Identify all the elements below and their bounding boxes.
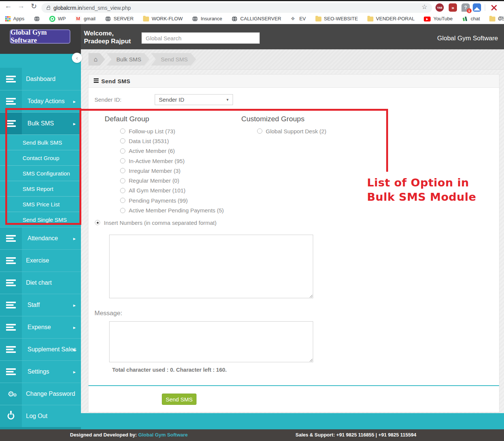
- bookmark-vender-poral[interactable]: VENDER-PORAL: [367, 16, 415, 21]
- bookmark-callignserver[interactable]: CALLIGNSERVER: [231, 16, 281, 22]
- chat-icon: [462, 16, 468, 22]
- radio-icon[interactable]: [120, 198, 125, 203]
- sidebar-item-today-actions[interactable]: Today Actions▸: [0, 90, 81, 112]
- insert-numbers-radio-row[interactable]: Insert Numbers (in comma separated forma…: [95, 218, 216, 227]
- logo-block: Global Gym Software: [0, 24, 81, 54]
- message-textarea[interactable]: [109, 321, 313, 362]
- sidebar-item-supplement-sales[interactable]: Supplement Sales▸: [0, 338, 81, 360]
- radio-option-default[interactable]: Active Member Pending Payments (5): [120, 205, 224, 215]
- send-sms-panel: Send SMS Sender ID: Sender ID ▼ Default …: [88, 74, 499, 412]
- sidebar-item-staff[interactable]: Staff▸: [0, 294, 81, 316]
- radio-icon[interactable]: [120, 128, 125, 134]
- sidebar-item-label-cell: Bulk SMS▸: [22, 113, 81, 134]
- sidebar-icon-cell: [0, 250, 22, 272]
- customized-groups-title: Customized Groups: [241, 115, 305, 123]
- radio-option-default[interactable]: Follow-up List (73): [120, 126, 224, 136]
- footer-credit-link[interactable]: Global Gym Software: [138, 432, 187, 438]
- forward-icon[interactable]: →: [16, 2, 26, 10]
- radio-option-default[interactable]: All Gym Member (101): [120, 186, 224, 195]
- global-search-input[interactable]: [142, 32, 260, 44]
- extension-yab-icon[interactable]: YAB: [435, 3, 444, 12]
- breadcrumb-home[interactable]: ⌂: [88, 53, 105, 66]
- bookmark-insurance[interactable]: Insurance: [192, 16, 222, 22]
- submenu-arrow-icon: ▸: [73, 325, 76, 330]
- welcome-line1: Welcome,: [84, 29, 131, 37]
- bookmark-label: Insurance: [201, 16, 222, 21]
- apps-grid-icon: [5, 16, 11, 21]
- breadcrumb-bulk-sms[interactable]: Bulk SMS: [107, 53, 149, 66]
- sidebar-item-label-cell: Today Actions▸: [22, 90, 81, 112]
- sidebar-subitem-send-single-sms[interactable]: Send Single SMS: [0, 212, 81, 227]
- bookmark-server[interactable]: SERVER: [105, 16, 134, 22]
- bookmark-seo-website[interactable]: SEO-WEBSITE: [315, 16, 358, 21]
- sidebar-collapse-button[interactable]: ‹: [72, 53, 82, 63]
- bookmark-work-flow[interactable]: WORK-FLOW: [143, 16, 183, 21]
- sidebar-subitem-sms-configuration[interactable]: SMS Configuration: [0, 165, 81, 181]
- radio-option-default[interactable]: Regular Member (0): [120, 175, 224, 185]
- sidebar-item-settings[interactable]: Settings▸: [0, 360, 81, 383]
- sidebar-subitem-send-bulk-sms[interactable]: Send Bulk SMS: [0, 134, 81, 150]
- power-icon: [8, 413, 14, 420]
- sidebar-item-log-out[interactable]: Log Out: [0, 405, 81, 427]
- sidebar-item-label-cell: Supplement Sales▸: [22, 339, 81, 360]
- sidebar-subitem-contact-group[interactable]: Contact Group: [0, 150, 81, 165]
- bookmark-star-icon[interactable]: ☆: [422, 3, 427, 11]
- back-icon[interactable]: ←: [3, 2, 14, 10]
- reload-icon[interactable]: ↻: [29, 2, 39, 10]
- radio-icon[interactable]: [120, 158, 125, 163]
- sidebar-subitem-sms-report[interactable]: SMS Report: [0, 181, 81, 196]
- radio-option-default[interactable]: Active Member (6): [120, 146, 224, 156]
- chevron-down-icon: ▼: [226, 98, 229, 102]
- numbers-textarea[interactable]: [109, 235, 313, 298]
- panel-header: Send SMS: [88, 75, 499, 88]
- radio-option-customized[interactable]: Global Support Desk (2): [257, 126, 326, 136]
- breadcrumb-send-sms[interactable]: Send SMS: [151, 53, 196, 66]
- radio-option-label: In-Active Member (95): [129, 158, 184, 164]
- radio-icon[interactable]: [120, 148, 125, 154]
- sidebar-item-bulk-sms[interactable]: Bulk SMS▸: [0, 112, 81, 134]
- radio-icon[interactable]: [120, 178, 125, 183]
- sidebar-icon-cell: [0, 361, 22, 383]
- extension-photos-icon[interactable]: [473, 3, 481, 12]
- sidebar-item-change-password[interactable]: ⚙⚙Change Password: [0, 383, 81, 405]
- sidebar-item-label-cell: Diet chart: [22, 272, 81, 294]
- url-host: globalcrm.in: [53, 5, 82, 11]
- notification-badge: 1: [467, 8, 472, 13]
- sidebar-item-diet-chart[interactable]: Diet chart: [0, 272, 81, 294]
- radio-option-default[interactable]: Data List (3531): [120, 136, 224, 146]
- sidebar-item-label: Diet chart: [26, 279, 52, 286]
- send-sms-button[interactable]: Send SMS: [162, 394, 196, 405]
- bookmark-ev[interactable]: ❖EV: [291, 16, 306, 22]
- radio-option-default[interactable]: Pending Payments (99): [120, 195, 224, 205]
- bookmark-gmail[interactable]: Mgmail: [75, 16, 96, 22]
- radio-option-default[interactable]: In-Active Member (95): [120, 156, 224, 166]
- bookmark-youtube[interactable]: YouTube: [424, 16, 452, 21]
- insert-numbers-radio[interactable]: [95, 220, 100, 225]
- radio-icon[interactable]: [120, 188, 125, 193]
- bookmark-chat[interactable]: chat: [462, 16, 480, 22]
- sidebar-item-attendance[interactable]: Attendance▸: [0, 227, 81, 249]
- sender-id-select[interactable]: Sender ID ▼: [155, 94, 233, 105]
- radio-icon[interactable]: [120, 208, 125, 213]
- sidebar-item-dashboard[interactable]: Dashboard: [0, 68, 81, 90]
- folder-icon: [367, 17, 373, 21]
- radio-icon[interactable]: [120, 138, 125, 143]
- bookmarks-overflow-icon[interactable]: ☰: [499, 16, 502, 21]
- gears-icon: ⚙⚙: [8, 390, 14, 398]
- bookmark-apps[interactable]: Apps: [5, 16, 24, 21]
- sidebar-subitem-label: SMS Configuration: [23, 170, 70, 177]
- radio-icon[interactable]: [120, 168, 125, 173]
- extension-forward-icon[interactable]: »: [449, 3, 457, 12]
- address-bar[interactable]: globalcrm.in /send_sms_view.php: [41, 3, 432, 13]
- bookmark-untitled[interactable]: [34, 16, 40, 22]
- sidebar-item-exercise[interactable]: Exercise: [0, 249, 81, 272]
- profile-emblem-icon[interactable]: [489, 3, 499, 12]
- sidebar-subitem-label: Send Bulk SMS: [23, 139, 62, 146]
- app-logo[interactable]: Global Gym Software: [10, 29, 70, 44]
- sidebar-item-expense[interactable]: Expense▸: [0, 316, 81, 338]
- bookmark-wp[interactable]: WP: [49, 16, 66, 22]
- sidebar-subitem-sms-price-list[interactable]: SMS Price List: [0, 196, 81, 212]
- radio-option-default[interactable]: Irregular Member (3): [120, 166, 224, 175]
- radio-icon[interactable]: [257, 128, 262, 134]
- extension-help-icon[interactable]: ?1: [461, 3, 470, 12]
